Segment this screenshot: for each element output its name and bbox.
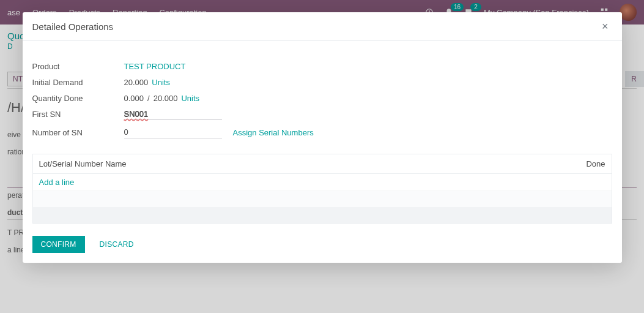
table-footer-row: [33, 207, 612, 223]
assign-serial-numbers-link[interactable]: Assign Serial Numbers: [233, 128, 314, 137]
quantity-done-total: 20.000: [154, 94, 178, 103]
quantity-done-unit[interactable]: Units: [181, 94, 199, 103]
column-header-name: Lot/Serial Number Name: [39, 159, 569, 168]
quantity-done-separator: /: [147, 94, 150, 103]
initial-demand-value: 20.000: [124, 78, 149, 87]
first-sn-label: First SN: [32, 110, 124, 119]
product-label: Product: [32, 62, 124, 71]
initial-demand-unit[interactable]: Units: [152, 78, 170, 87]
detailed-operations-modal: Detailed Operations × Product TEST PRODU…: [23, 12, 622, 263]
product-value-link[interactable]: TEST PRODUCT: [124, 62, 186, 71]
number-of-sn-label: Number of SN: [32, 128, 124, 137]
quantity-done-value: 0.000: [124, 94, 144, 103]
table-blank-row: [33, 191, 612, 207]
quantity-done-label: Quantity Done: [32, 94, 124, 103]
number-of-sn-input[interactable]: [124, 126, 222, 138]
serial-numbers-table: Lot/Serial Number Name Done Add a line: [32, 154, 612, 224]
column-header-done: Done: [569, 159, 605, 168]
initial-demand-label: Initial Demand: [32, 78, 124, 87]
discard-button[interactable]: DISCARD: [95, 236, 139, 253]
add-a-line-link[interactable]: Add a line: [39, 178, 75, 187]
close-icon[interactable]: ×: [598, 20, 612, 33]
confirm-button[interactable]: CONFIRM: [32, 236, 85, 253]
modal-title: Detailed Operations: [32, 21, 114, 32]
first-sn-input[interactable]: [124, 108, 222, 120]
